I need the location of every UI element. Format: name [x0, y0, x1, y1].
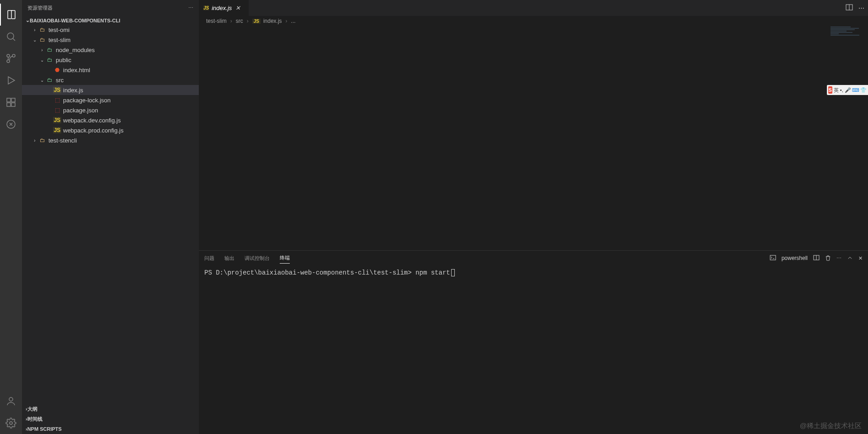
- tree-item-label: package-lock.json: [63, 97, 111, 104]
- js-icon: JS: [53, 87, 61, 93]
- tab-label: index.js: [212, 5, 232, 11]
- tree-item[interactable]: ⌄🗀src: [22, 75, 199, 85]
- panel-tab-problems[interactable]: 问题: [204, 253, 214, 264]
- tree-item[interactable]: ⬚package.json: [22, 105, 199, 115]
- maximize-panel-icon[interactable]: [847, 255, 853, 262]
- tree-item[interactable]: ⬚package-lock.json: [22, 95, 199, 105]
- tree-item[interactable]: ⌄🗀test-slim: [22, 35, 199, 45]
- tree-item-label: index.html: [63, 67, 90, 74]
- svg-rect-7: [11, 98, 15, 102]
- more-icon[interactable]: ⋯: [836, 255, 841, 261]
- panel-tab-debug[interactable]: 调试控制台: [245, 253, 270, 264]
- terminal-profile-icon[interactable]: [770, 254, 776, 262]
- panel-tab-output[interactable]: 输出: [224, 253, 234, 264]
- folder-icon: 🗀: [38, 26, 47, 33]
- ime-punct-icon[interactable]: •,: [840, 87, 843, 93]
- chevron-right-icon: ›: [31, 138, 38, 143]
- tree-item[interactable]: JSwebpack.dev.config.js: [22, 115, 199, 125]
- panel-tabs: 问题 输出 调试控制台 终端 powershell ⋯ ✕: [199, 251, 868, 265]
- breadcrumb-item[interactable]: test-slim: [206, 18, 227, 24]
- ime-bar[interactable]: S 英 •, 🎤 ⌨ 👕: [827, 85, 868, 95]
- tree-item-label: package.json: [63, 107, 98, 114]
- outline-section[interactable]: › 大纲: [22, 404, 199, 414]
- tree-item-label: test-slim: [48, 37, 70, 43]
- tree-item[interactable]: ⌄🗀public: [22, 55, 199, 65]
- tree-item[interactable]: ›🗀test-omi: [22, 25, 199, 35]
- breadcrumb-item[interactable]: ...: [291, 18, 296, 24]
- extensions-activity[interactable]: [0, 91, 22, 113]
- svg-point-0: [7, 33, 14, 39]
- tree-item-label: test-stencli: [48, 137, 77, 144]
- bottom-panel: 问题 输出 调试控制台 终端 powershell ⋯ ✕: [199, 250, 868, 434]
- tab-index-js[interactable]: JS index.js ✕: [199, 0, 249, 16]
- sidebar: 资源管理器 ⋯ ⌄ BAIXIAOBAI-WEB-COMPONENTS-CLI …: [22, 0, 199, 434]
- svg-rect-9: [11, 103, 15, 106]
- svg-line-1: [13, 38, 15, 41]
- code-content[interactable]: [224, 26, 868, 250]
- chevron-down-icon: ⌄: [38, 78, 46, 83]
- split-terminal-icon[interactable]: [813, 254, 820, 262]
- terminal-label[interactable]: powershell: [782, 255, 808, 261]
- chevron-right-icon: ›: [286, 18, 288, 24]
- folder-icon: 🗀: [46, 77, 54, 83]
- svg-point-2: [12, 54, 15, 57]
- run-debug-activity[interactable]: [0, 69, 22, 91]
- folder-icon: 🗀: [38, 37, 47, 43]
- tree-item[interactable]: JSwebpack.prod.config.js: [22, 125, 199, 135]
- chevron-right-icon: ›: [31, 27, 38, 32]
- editor-area[interactable]: [199, 26, 868, 250]
- sidebar-more-icon[interactable]: ⋯: [188, 5, 193, 11]
- npm-scripts-section[interactable]: › NPM SCRIPTS: [22, 424, 199, 434]
- tree-item-label: src: [56, 77, 64, 84]
- chevron-down-icon: ⌄: [31, 37, 38, 42]
- minimap[interactable]: [828, 26, 868, 250]
- terminal-command: npm start: [415, 269, 450, 276]
- svg-point-4: [7, 54, 10, 57]
- svg-rect-6: [7, 98, 11, 102]
- kill-terminal-icon[interactable]: [825, 255, 831, 262]
- ime-lang[interactable]: 英: [834, 87, 839, 94]
- tree-item-label: webpack.dev.config.js: [63, 117, 121, 124]
- explorer-activity[interactable]: [0, 4, 22, 26]
- tree-item[interactable]: JSindex.js: [22, 85, 199, 95]
- chevron-right-icon: ›: [38, 48, 46, 53]
- breadcrumb-item[interactable]: index.js: [263, 18, 282, 24]
- tree-item-label: index.js: [63, 87, 83, 94]
- html5-icon: ⬣: [53, 67, 61, 73]
- folder-icon: 🗀: [38, 137, 47, 143]
- ime-keyboard-icon[interactable]: ⌨: [852, 87, 859, 93]
- tree-item[interactable]: ⬣index.html: [22, 65, 199, 75]
- ime-skin-icon[interactable]: 👕: [860, 87, 867, 93]
- close-icon[interactable]: ✕: [235, 5, 240, 11]
- svg-point-11: [9, 397, 13, 401]
- account-activity[interactable]: [0, 390, 22, 412]
- chevron-right-icon: ›: [247, 18, 249, 24]
- svg-rect-8: [7, 103, 11, 106]
- tree-item-label: webpack.prod.config.js: [63, 127, 123, 134]
- live-share-activity[interactable]: [0, 113, 22, 135]
- timeline-section[interactable]: › 时间线: [22, 414, 199, 424]
- terminal[interactable]: PS D:\project\baixiaobai-web-components-…: [199, 265, 868, 434]
- chevron-down-icon: ⌄: [38, 58, 46, 63]
- split-editor-icon[interactable]: [846, 4, 853, 12]
- js-icon: JS: [53, 117, 61, 123]
- svg-marker-5: [8, 77, 15, 84]
- chevron-down-icon: ⌄: [26, 17, 30, 23]
- ime-voice-icon[interactable]: 🎤: [845, 87, 851, 93]
- breadcrumbs[interactable]: test-slim › src › JS index.js › ...: [199, 16, 868, 26]
- tree-item[interactable]: ›🗀node_modules: [22, 45, 199, 55]
- svg-rect-15: [770, 255, 776, 260]
- tree-item[interactable]: ›🗀test-stencli: [22, 135, 199, 145]
- settings-activity[interactable]: [0, 412, 22, 434]
- more-actions-icon[interactable]: ⋯: [858, 5, 864, 11]
- close-panel-icon[interactable]: ✕: [858, 255, 863, 261]
- project-root[interactable]: ⌄ BAIXIAOBAI-WEB-COMPONENTS-CLI: [22, 16, 199, 25]
- svg-point-3: [7, 60, 10, 63]
- panel-tab-terminal[interactable]: 终端: [280, 253, 290, 264]
- line-number-gutter: [199, 26, 224, 250]
- breadcrumb-item[interactable]: src: [236, 18, 243, 24]
- terminal-cursor: [451, 269, 455, 276]
- sogou-logo-icon: S: [828, 86, 832, 94]
- search-activity[interactable]: [0, 26, 22, 48]
- scm-activity[interactable]: [0, 48, 22, 69]
